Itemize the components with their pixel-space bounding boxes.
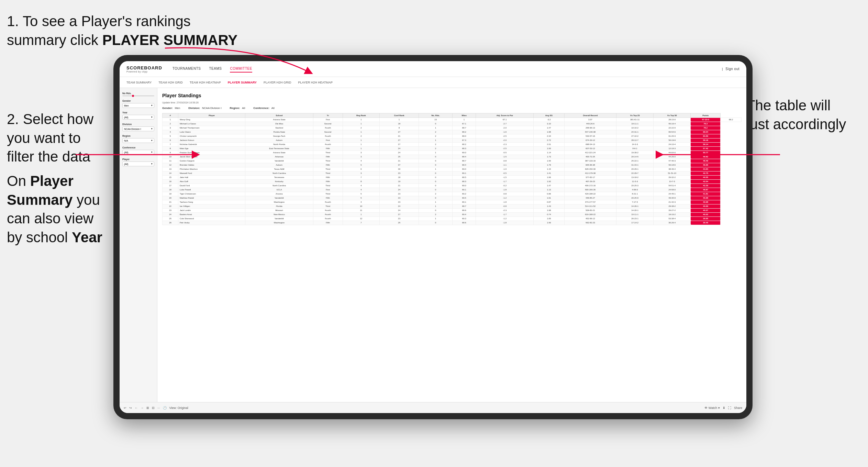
tablet-frame: SCOREBOARD Powered by clipp TOURNAMENTS … [113, 55, 753, 419]
table-row: 5Christo LamprechtGeorgia TechFourth2212… [163, 134, 742, 138]
col-player[interactable]: Player [178, 113, 245, 118]
watch-btn[interactable]: 👁 Watch ▾ [704, 406, 720, 410]
table-row: 16Alex GoffKentuckyFifth819068.3-1.71.92… [163, 179, 742, 184]
main-content: No Rds. Gender Men ▾ Year (All) ▾ Divisi… [120, 88, 746, 402]
sign-out-link[interactable]: Sign out [725, 66, 739, 72]
standings-table: # Player School Yr Reg Rank Conf Rank No… [162, 113, 742, 225]
table-row: 21Taehoon SongWashingtonFourth423169.1-1… [163, 200, 742, 204]
col-rank[interactable]: # [163, 113, 178, 118]
col-reg-rank[interactable]: Reg Rank [343, 113, 380, 118]
annotation-footer: On PlayerSummary you can also view by sc… [7, 172, 113, 247]
col-wins[interactable]: Wins [453, 113, 476, 118]
tablet-screen: SCOREBOARD Powered by clipp TOURNAMENTS … [120, 61, 746, 413]
more-btn[interactable]: ··· [157, 406, 160, 410]
standings-title: Player Standings [162, 93, 742, 98]
table-row: 14Maxwell FordNorth CarolinaThird323069.… [163, 171, 742, 175]
filters-row: Gender: Men Division: NCAA Division I Re… [162, 107, 742, 110]
col-yr[interactable]: Yr [313, 113, 343, 118]
undo-btn[interactable]: ↩ [124, 406, 126, 410]
table-row: 24Bastien AmatNew MexicoFourth127269.4-1… [163, 212, 742, 216]
year-label: Year [122, 111, 154, 114]
sidebar: No Rds. Gender Men ▾ Year (All) ▾ Divisi… [120, 88, 157, 402]
update-time: Update time: 27/03/2024 16:56:26 [162, 101, 742, 104]
division-label: Division [122, 123, 154, 125]
region-select[interactable]: N/A ▾ [122, 138, 154, 143]
table-row: 6Jackson KoivunAuburnFirst127167.3-2.02.… [163, 138, 742, 142]
table-row: 26Petr HrubyWashingtonFifth725068.6-1.81… [163, 221, 742, 225]
col-points[interactable]: Points [691, 113, 721, 118]
col-no-rds[interactable]: No. Rds. [419, 113, 453, 118]
col-vstop50[interactable]: Vs Top 50 [654, 113, 691, 118]
col-avg-sg[interactable]: Avg SG [534, 113, 564, 118]
forward-btn[interactable]: → [141, 406, 144, 410]
division-select[interactable]: NCAA Division I ▾ [122, 126, 154, 131]
standings-area: Player Standings Update time: 27/03/2024… [157, 88, 746, 402]
year-select[interactable]: (All) ▾ [122, 115, 154, 120]
back-btn[interactable]: ← [135, 406, 138, 410]
share-btn[interactable]: Share [734, 406, 742, 410]
view-btn[interactable]: View: Original [169, 406, 188, 410]
table-row: 19Tiger ChristensenArizonaThird523269.2-… [163, 192, 742, 196]
table-row: 20Matthew RiedelVanderbiltFifth523069.5-… [163, 196, 742, 200]
table-row: 22Ian GilliganFloridaThird1024168.7-0.81… [163, 204, 742, 208]
table-row: 18Luke PowellUCLAFirst424069.1-1.81.1350… [163, 188, 742, 192]
clock-btn[interactable]: 🕐 [163, 406, 167, 410]
col-school[interactable]: School [245, 113, 313, 118]
table-row: 17David FordNorth CarolinaThird421069.0-… [163, 184, 742, 188]
table-row: 1Wenyi DingArizona StateFirst1115167.1-3… [163, 118, 742, 122]
bottom-toolbar: ↩ ↪ ← → ⊞ ⊟ ··· 🕐 View: Original 👁 Watch… [120, 402, 746, 413]
nav-right: | Sign out [722, 66, 739, 72]
download-btn[interactable]: ⬇ [723, 406, 725, 410]
col-vstop25[interactable]: Vs Top 25 [616, 113, 654, 118]
table-row: 3Michael ThorbjornsenStanfordFourth28168… [163, 126, 742, 130]
fullscreen-btn[interactable]: ⛶ [728, 406, 731, 410]
table-row: 23Jack LundinMissouriFourth1124068.6-2.3… [163, 208, 742, 212]
no-rds-range[interactable] [122, 96, 154, 96]
gender-label: Gender [122, 100, 154, 102]
paste-btn[interactable]: ⊟ [152, 406, 155, 410]
no-rds-label: No Rds. [122, 92, 154, 94]
table-row: 15Jake HallTennesseeFifth718068.5-1.51.6… [163, 175, 742, 179]
table-row: 2Michael Le SassoOle MissSecond118067.1-… [163, 122, 742, 126]
col-adj-score[interactable]: Adj. Score to Par [476, 113, 534, 118]
table-row: 4Luke ClatonFlorida StateSecond127268.2-… [163, 130, 742, 134]
redo-btn[interactable]: ↪ [129, 406, 132, 410]
col-overall[interactable]: Overall Record [564, 113, 616, 118]
table-row: 25Cole SherwoodVanderbiltFourth1223169.3… [163, 216, 742, 221]
col-conf-rank[interactable]: Conf Rank [380, 113, 419, 118]
gender-select[interactable]: Men ▾ [122, 103, 154, 108]
table-row: 13Phichaksn MaichonTexas A&MThird630169.… [163, 167, 742, 171]
region-label: Region [122, 135, 154, 137]
copy-btn[interactable]: ⊞ [146, 406, 149, 410]
